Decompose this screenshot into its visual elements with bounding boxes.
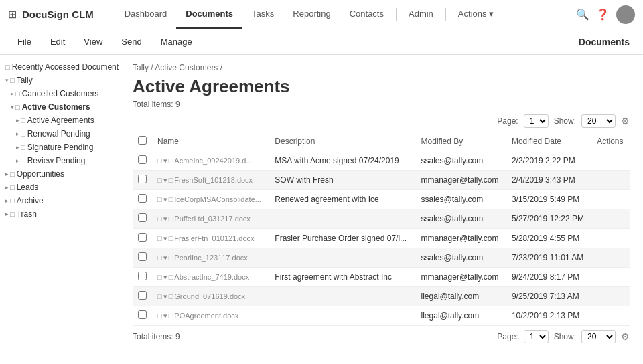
show-select-bottom[interactable]: 20 50 100 xyxy=(581,330,616,343)
row-check-1 xyxy=(133,171,152,190)
nav-actions[interactable]: Actions ▾ xyxy=(449,0,503,29)
row-modified-date-1: 2/4/2019 3:43 PM xyxy=(506,171,591,190)
help-icon[interactable]: ❓ xyxy=(596,8,610,21)
row-doc-icon-1: □ xyxy=(169,176,173,184)
sidebar-label-leads: Leads xyxy=(17,183,39,192)
row-checkbox-6[interactable] xyxy=(138,272,147,280)
row-arrow-icon-4[interactable]: ▾ xyxy=(163,234,167,243)
user-avatar[interactable] xyxy=(616,5,635,24)
show-label: Show: xyxy=(554,116,576,126)
manage-button[interactable]: Manage xyxy=(151,29,202,55)
sidebar-label-tally: Tally xyxy=(17,76,33,85)
sidebar-item-leads[interactable]: ▸ □ Leads xyxy=(0,181,119,194)
arrow-active-customers: ▾ xyxy=(11,104,14,110)
row-doc-icon-5: □ xyxy=(169,254,173,262)
show-select-top[interactable]: 20 50 100 xyxy=(581,114,616,128)
total-items-bottom: Total items: 9 xyxy=(133,332,180,341)
page-select-top[interactable]: 1 xyxy=(524,114,549,128)
row-checkbox-1[interactable] xyxy=(138,175,147,183)
arrow-active-agreements: ▸ xyxy=(16,117,19,124)
nav-admin[interactable]: Admin xyxy=(399,0,443,29)
nav-contacts[interactable]: Contacts xyxy=(340,0,393,29)
row-name-3: □ ▾ □ PufferLtd_031217.docx xyxy=(152,209,269,229)
sidebar-label-trash: Trash xyxy=(17,209,37,219)
row-arrow-icon-0[interactable]: ▾ xyxy=(163,157,167,165)
table-row: □ ▾ □ FrasierFtn_010121.docx Frasier Pur… xyxy=(133,229,630,248)
nav-separator xyxy=(396,8,397,21)
row-checkbox-2[interactable] xyxy=(138,194,147,203)
row-modified-date-0: 2/2/2019 2:22 PM xyxy=(506,151,591,171)
settings-icon-bottom[interactable]: ⚙ xyxy=(621,331,630,342)
col-header-modified-date: Modified Date xyxy=(506,132,591,151)
grid-icon: ⊞ xyxy=(8,8,17,21)
row-checkbox-5[interactable] xyxy=(138,252,147,261)
sidebar-item-signature-pending[interactable]: ▸ □ Signature Pending xyxy=(0,141,119,154)
row-name-1: □ ▾ □ FreshSoft_101218.docx xyxy=(152,171,269,190)
row-arrow-icon-8[interactable]: ▾ xyxy=(163,312,167,321)
row-checkbox-0[interactable] xyxy=(138,155,147,164)
nav-documents[interactable]: Documents xyxy=(176,0,242,29)
row-folder-icon-3: □ xyxy=(157,215,162,223)
page-select-bottom[interactable]: 1 xyxy=(524,330,549,343)
sidebar-item-trash[interactable]: ▸ □ Trash xyxy=(0,207,119,221)
row-doc-icon-2: □ xyxy=(169,195,173,203)
select-all-checkbox[interactable] xyxy=(138,136,147,145)
sidebar-item-opportunities[interactable]: ▸ □ Opportunities xyxy=(0,167,119,181)
sidebar-item-recently-accessed[interactable]: □ Recently Accessed Documents xyxy=(0,60,119,74)
edit-button[interactable]: Edit xyxy=(41,29,74,55)
sidebar-item-active-agreements[interactable]: ▸ □ Active Agreements xyxy=(0,114,119,127)
row-modified-date-8: 10/2/2019 2:13 PM xyxy=(506,306,591,326)
table-row: □ ▾ □ POAgreement.docx llegal@tally.com … xyxy=(133,306,630,326)
row-doc-icon-7: □ xyxy=(169,292,173,300)
arrow-tally: ▾ xyxy=(5,77,9,84)
settings-icon[interactable]: ⚙ xyxy=(621,116,630,126)
row-check-6 xyxy=(133,268,152,287)
folder-icon-renewal: □ xyxy=(21,130,25,138)
row-checkbox-4[interactable] xyxy=(138,233,147,242)
row-arrow-icon-7[interactable]: ▾ xyxy=(163,292,167,301)
nav-right: 🔍 ❓ xyxy=(576,5,635,24)
row-actions-0 xyxy=(591,151,630,171)
sidebar-item-cancelled-customers[interactable]: ▸ □ Cancelled Customers xyxy=(0,87,119,100)
row-modified-by-2: ssales@tally.com xyxy=(416,190,506,209)
row-modified-by-5: ssales@tally.com xyxy=(416,248,506,268)
sidebar-item-review-pending[interactable]: ▸ □ Review Pending xyxy=(0,154,119,167)
col-header-name: Name xyxy=(152,132,269,151)
nav-tasks[interactable]: Tasks xyxy=(242,0,283,29)
sidebar-label-archive: Archive xyxy=(17,196,44,205)
row-folder-icon-4: □ xyxy=(157,234,162,242)
row-filename-8: POAgreement.docx xyxy=(174,312,238,320)
sidebar-item-active-customers[interactable]: ▾ □ Active Customers xyxy=(0,100,119,114)
row-check-3 xyxy=(133,209,152,229)
row-checkbox-7[interactable] xyxy=(138,291,147,300)
row-actions-7 xyxy=(591,287,630,306)
row-checkbox-8[interactable] xyxy=(138,310,147,319)
row-description-7 xyxy=(269,287,415,306)
row-arrow-icon-1[interactable]: ▾ xyxy=(163,176,167,185)
send-button[interactable]: Send xyxy=(112,29,151,55)
row-modified-by-0: ssales@tally.com xyxy=(416,151,506,171)
row-arrow-icon-3[interactable]: ▾ xyxy=(163,215,167,223)
row-checkbox-3[interactable] xyxy=(138,213,147,222)
app-logo[interactable]: ⊞ DocuSign CLM xyxy=(8,8,94,21)
table-row: □ ▾ □ Ground_071619.docx llegal@tally.co… xyxy=(133,287,630,306)
row-arrow-icon-5[interactable]: ▾ xyxy=(163,254,167,262)
sidebar-item-tally[interactable]: ▾ □ Tally xyxy=(0,74,119,87)
sidebar-label-renewal-pending: Renewal Pending xyxy=(27,129,90,139)
nav-reporting[interactable]: Reporting xyxy=(283,0,340,29)
row-doc-icon-3: □ xyxy=(169,215,173,223)
folder-icon-active-agreements: □ xyxy=(21,116,25,124)
sidebar-item-renewal-pending[interactable]: ▸ □ Renewal Pending xyxy=(0,127,119,141)
row-arrow-icon-2[interactable]: ▾ xyxy=(163,195,167,204)
row-arrow-icon-6[interactable]: ▾ xyxy=(163,273,167,282)
file-button[interactable]: File xyxy=(8,29,41,55)
search-icon[interactable]: 🔍 xyxy=(576,8,589,21)
nav-dashboard[interactable]: Dashboard xyxy=(115,0,177,29)
row-actions-8 xyxy=(591,306,630,326)
folder-icon-review: □ xyxy=(21,157,25,165)
row-folder-icon-6: □ xyxy=(157,273,162,281)
row-filename-3: PufferLtd_031217.docx xyxy=(174,215,251,223)
row-check-2 xyxy=(133,190,152,209)
view-button[interactable]: View xyxy=(74,29,112,55)
sidebar-item-archive[interactable]: ▸ □ Archive xyxy=(0,194,119,207)
